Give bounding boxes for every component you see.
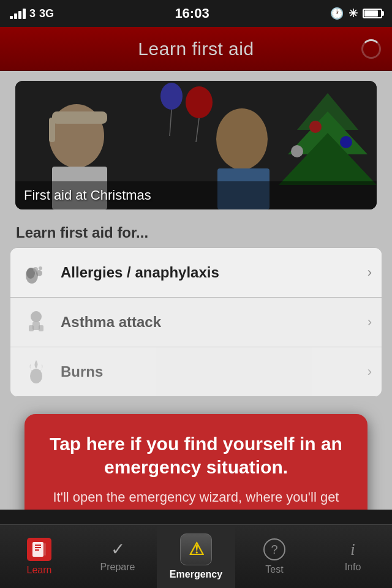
tab-emergency-label: Emergency xyxy=(170,569,222,580)
tab-learn[interactable]: Learn xyxy=(0,525,78,588)
hero-image[interactable]: First aid at Christmas xyxy=(15,81,377,209)
learn-icon xyxy=(27,538,51,561)
svg-rect-25 xyxy=(29,325,34,331)
asthma-icon xyxy=(20,306,52,338)
network-label: 3G xyxy=(39,7,54,20)
allergies-icon xyxy=(20,257,52,288)
svg-rect-32 xyxy=(44,543,46,556)
svg-rect-31 xyxy=(35,549,39,551)
emergency-tooltip[interactable]: Tap here if you find yourself in an emer… xyxy=(24,414,368,510)
svg-rect-26 xyxy=(39,325,43,331)
bluetooth-icon: ✳ xyxy=(349,7,358,20)
clock-icon: 🕐 xyxy=(330,7,344,20)
list-item-allergies[interactable]: Allergies / anaphylaxis › xyxy=(10,248,382,298)
svg-point-21 xyxy=(36,270,42,276)
prepare-icon: ✓ xyxy=(111,541,125,558)
info-icon: i xyxy=(350,541,355,558)
hero-label: First aid at Christmas xyxy=(24,187,151,203)
allergies-chevron: › xyxy=(368,265,372,281)
asthma-label: Asthma attack xyxy=(61,314,363,331)
tab-test-label: Test xyxy=(265,564,283,575)
tab-bar: Learn ✓ Prepare ⚠ Emergency ? Test i Inf… xyxy=(0,524,392,588)
tab-prepare-label: Prepare xyxy=(100,562,135,573)
app-header: Learn first aid xyxy=(0,27,392,71)
burns-chevron: › xyxy=(368,364,372,380)
svg-point-27 xyxy=(30,369,42,383)
burns-icon xyxy=(20,356,52,388)
allergies-label: Allergies / anaphylaxis xyxy=(61,264,363,281)
status-left: 3 3G xyxy=(10,7,54,20)
test-icon: ? xyxy=(263,538,285,560)
battery-icon xyxy=(363,9,382,18)
tooltip-sub-text: It'll open the emergency wizard, where y… xyxy=(42,488,350,510)
tab-info[interactable]: i Info xyxy=(314,525,392,588)
carrier-label: 3 xyxy=(29,7,36,20)
time-display: 16:03 xyxy=(175,6,209,21)
list-item-burns[interactable]: Burns › xyxy=(10,347,382,396)
svg-point-22 xyxy=(39,266,42,270)
list-item-asthma[interactable]: Asthma attack › xyxy=(10,298,382,347)
svg-rect-29 xyxy=(35,545,41,546)
signal-icon xyxy=(10,9,26,19)
tab-info-label: Info xyxy=(345,562,361,573)
emergency-icon: ⚠ xyxy=(180,533,212,565)
tooltip-main-text: Tap here if you find yourself in an emer… xyxy=(42,432,350,478)
burns-label: Burns xyxy=(61,363,363,380)
tab-prepare[interactable]: ✓ Prepare xyxy=(78,525,157,588)
hero-overlay: First aid at Christmas xyxy=(15,181,377,209)
status-right: 🕐 ✳ xyxy=(330,7,382,20)
header-title: Learn first aid xyxy=(138,39,254,59)
svg-rect-30 xyxy=(35,547,41,548)
tab-emergency[interactable]: ⚠ Emergency xyxy=(157,525,235,588)
status-bar: 3 3G 16:03 🕐 ✳ xyxy=(0,0,392,27)
first-aid-list: Allergies / anaphylaxis › Asthma attack … xyxy=(10,247,382,397)
tab-test[interactable]: ? Test xyxy=(235,525,314,588)
svg-point-23 xyxy=(31,311,42,322)
loading-spinner xyxy=(361,39,381,59)
section-heading: Learn first aid for... xyxy=(0,219,392,247)
asthma-chevron: › xyxy=(368,314,372,330)
tab-learn-label: Learn xyxy=(27,565,52,576)
